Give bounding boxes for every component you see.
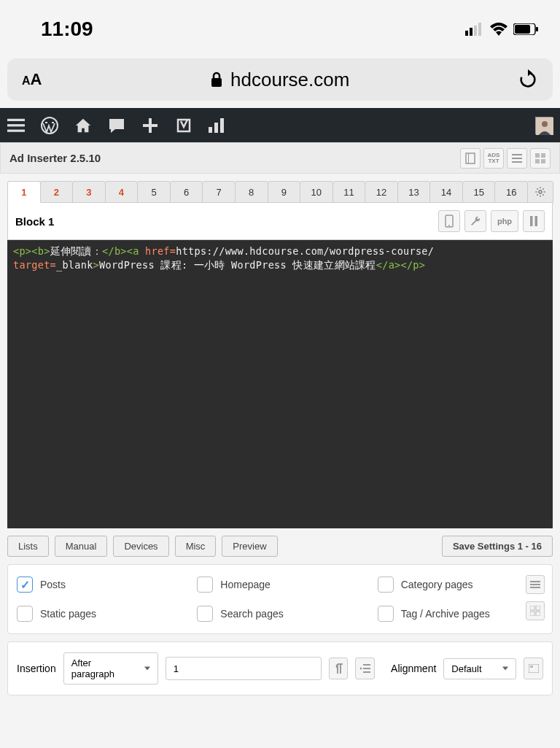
avatar[interactable] [535, 117, 553, 134]
search-checkbox-item[interactable]: Search pages [197, 606, 362, 622]
tab-10[interactable]: 10 [300, 181, 333, 203]
svg-rect-32 [535, 216, 538, 226]
manual-button[interactable]: Manual [55, 536, 108, 557]
tab-settings[interactable] [527, 181, 553, 203]
tools-button[interactable] [464, 210, 486, 232]
tab-8[interactable]: 8 [235, 181, 268, 203]
paragraph-button[interactable] [329, 658, 349, 679]
count-button[interactable] [355, 658, 375, 679]
battery-icon [513, 23, 538, 35]
devices-button[interactable]: Devices [113, 536, 168, 557]
docs-button[interactable] [460, 148, 481, 169]
list-indent-icon [360, 664, 370, 673]
category-checkbox-item[interactable]: Category pages [378, 577, 543, 593]
svg-rect-31 [530, 216, 533, 226]
status-time: 11:09 [41, 18, 93, 41]
reader-aa-button[interactable]: AA [22, 70, 42, 89]
tag-checkbox-item[interactable]: Tag / Archive pages [378, 606, 543, 622]
mobile-preview-button[interactable] [438, 210, 460, 232]
svg-rect-16 [220, 118, 224, 133]
yoast-icon[interactable] [175, 117, 192, 134]
block-header: Block 1 php [7, 203, 553, 240]
adstxt-button[interactable]: ADS TXT [483, 148, 504, 169]
comment-icon[interactable] [108, 117, 125, 134]
homepage-checkbox[interactable] [197, 577, 213, 593]
svg-rect-24 [535, 153, 540, 158]
save-settings-button[interactable]: Save Settings 1 - 16 [442, 536, 553, 557]
code-editor[interactable]: <p><b>延伸閱讀：</b><a href=https://www.hdcou… [7, 240, 553, 528]
svg-rect-5 [515, 25, 530, 34]
misc-button[interactable]: Misc [175, 536, 217, 557]
homepage-checkbox-item[interactable]: Homepage [197, 577, 362, 593]
static-checkbox[interactable] [17, 606, 33, 622]
url-display: hdcourse.com [52, 69, 507, 91]
static-checkbox-item[interactable]: Static pages [17, 606, 182, 622]
plus-icon[interactable] [141, 117, 159, 134]
tab-13[interactable]: 13 [397, 181, 431, 203]
plugin-title: Ad Inserter 2.5.10 [9, 152, 101, 164]
svg-rect-23 [512, 161, 522, 163]
alignment-select[interactable]: Default [443, 658, 516, 679]
mobile-icon [445, 215, 454, 228]
menu-icon[interactable] [7, 117, 25, 134]
posts-label: Posts [40, 579, 66, 590]
browser-url-bar[interactable]: AA hdcourse.com [7, 58, 553, 101]
svg-rect-13 [143, 124, 158, 127]
svg-rect-44 [530, 666, 533, 668]
svg-rect-26 [535, 159, 540, 163]
ios-status-bar: 11:09 [0, 0, 560, 58]
svg-rect-2 [474, 26, 477, 36]
static-label: Static pages [40, 608, 96, 620]
posts-checkbox[interactable] [17, 577, 33, 593]
block-tabs: 1 2 3 4 5 6 7 8 9 10 11 12 13 14 15 16 [0, 174, 560, 203]
lists-button[interactable]: Lists [7, 536, 49, 557]
alignment-preview-button[interactable] [524, 658, 543, 679]
preview-button[interactable]: Preview [222, 536, 277, 557]
tab-4[interactable]: 4 [105, 181, 139, 203]
tab-9[interactable]: 9 [268, 181, 301, 203]
tab-11[interactable]: 11 [332, 181, 366, 203]
stats-icon[interactable] [209, 117, 226, 134]
tab-7[interactable]: 7 [202, 181, 236, 203]
svg-point-30 [448, 225, 450, 226]
toggle-simple-button[interactable] [526, 575, 545, 594]
svg-rect-25 [541, 153, 545, 158]
svg-rect-43 [529, 664, 539, 673]
svg-rect-38 [530, 612, 534, 616]
svg-rect-33 [530, 581, 540, 582]
tab-14[interactable]: 14 [429, 181, 463, 203]
status-icons [465, 23, 538, 36]
posts-checkbox-item[interactable]: Posts [17, 577, 182, 593]
insertion-mode-select[interactable]: After paragraph [63, 652, 158, 685]
tab-16[interactable]: 16 [494, 181, 528, 203]
list-view-button[interactable] [507, 148, 527, 169]
svg-rect-21 [512, 154, 522, 155]
page-types-panel: Posts Homepage Category pages Static pag… [7, 564, 553, 634]
svg-rect-1 [470, 28, 472, 36]
search-checkbox[interactable] [197, 606, 213, 622]
grid-view-button[interactable] [530, 148, 551, 169]
pause-button[interactable] [523, 210, 545, 232]
svg-rect-40 [363, 664, 370, 666]
cellular-icon [465, 23, 484, 36]
paragraph-number-input[interactable] [166, 657, 322, 680]
tab-12[interactable]: 12 [365, 181, 398, 203]
search-label: Search pages [220, 608, 283, 620]
wifi-icon [490, 23, 508, 36]
wordpress-icon[interactable] [41, 117, 58, 134]
category-checkbox[interactable] [378, 577, 394, 593]
tab-3[interactable]: 3 [72, 181, 106, 203]
home-icon[interactable] [74, 117, 92, 134]
tab-6[interactable]: 6 [170, 181, 203, 203]
svg-rect-8 [7, 118, 25, 120]
tab-1[interactable]: 1 [7, 181, 41, 203]
tab-2[interactable]: 2 [40, 181, 74, 203]
tab-5[interactable]: 5 [137, 181, 171, 203]
php-button[interactable]: php [491, 210, 518, 232]
tab-15[interactable]: 15 [462, 181, 496, 203]
lock-icon [210, 72, 223, 88]
plugin-header: Ad Inserter 2.5.10 ADS TXT [0, 142, 560, 174]
tag-checkbox[interactable] [378, 606, 394, 622]
reload-button[interactable] [518, 69, 538, 90]
toggle-advanced-button[interactable] [526, 601, 545, 620]
